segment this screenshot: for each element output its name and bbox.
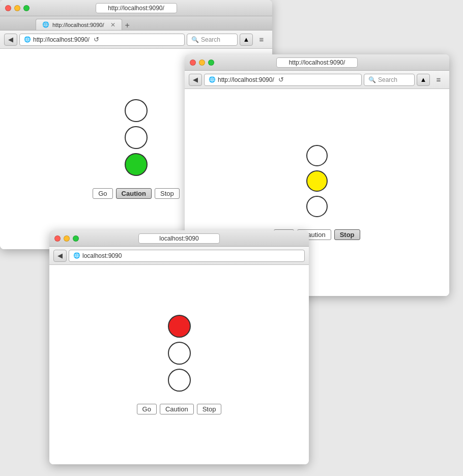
globe-icon-3: 🌐 bbox=[73, 252, 80, 259]
nav-bar-2: ◀ 🌐 http://localhost:9090/ ↺ 🔍 Search ▲ … bbox=[185, 71, 449, 89]
red-light-3 bbox=[168, 315, 191, 338]
pocket-button-2[interactable]: ▲ bbox=[417, 74, 430, 86]
maximize-button-3[interactable] bbox=[73, 235, 79, 242]
close-button-2[interactable] bbox=[190, 60, 196, 66]
back-button-1[interactable]: ◀ bbox=[4, 34, 17, 46]
tab-favicon-1: 🌐 bbox=[42, 21, 49, 28]
yellow-light-1 bbox=[125, 126, 148, 149]
signal-container-3 bbox=[168, 315, 191, 392]
back-button-3[interactable]: ◀ bbox=[53, 250, 67, 262]
back-button-2[interactable]: ◀ bbox=[189, 74, 202, 86]
stop-button-1[interactable]: Stop bbox=[155, 188, 180, 199]
minimize-button-3[interactable] bbox=[64, 235, 70, 242]
stop-button-3[interactable]: Stop bbox=[197, 404, 222, 414]
pocket-button-1[interactable]: ▲ bbox=[240, 34, 253, 46]
minimize-button-1[interactable] bbox=[14, 5, 20, 11]
close-button-3[interactable] bbox=[54, 235, 61, 242]
menu-button-2[interactable]: ≡ bbox=[432, 74, 445, 86]
title-url-3: localhost:9090 bbox=[138, 233, 220, 244]
title-url-2: http://localhost:9090/ bbox=[276, 57, 358, 68]
green-light-3 bbox=[168, 369, 191, 392]
add-tab-1[interactable]: + bbox=[125, 21, 130, 30]
tab-bar-1: 🌐 http://localhost:9090/ ✕ + bbox=[0, 16, 272, 31]
yellow-light-3 bbox=[168, 342, 191, 365]
signal-buttons-1: Go Caution Stop bbox=[93, 188, 179, 199]
go-button-3[interactable]: Go bbox=[137, 404, 157, 414]
yellow-light-2 bbox=[306, 170, 328, 192]
reload-button-2[interactable]: ↺ bbox=[278, 76, 284, 83]
tab-item-1[interactable]: 🌐 http://localhost:9090/ ✕ bbox=[36, 19, 122, 30]
minimize-button-2[interactable] bbox=[199, 60, 205, 66]
title-url-1: http://localhost:9090/ bbox=[96, 3, 177, 13]
window-controls-3 bbox=[54, 235, 79, 242]
search-icon-2: 🔍 bbox=[368, 76, 376, 83]
caution-button-1[interactable]: Caution bbox=[116, 188, 152, 199]
url-text-3: localhost:9090 bbox=[82, 252, 122, 259]
browser-window-3: localhost:9090 ◀ 🌐 localhost:9090 Go Cau… bbox=[49, 230, 309, 464]
red-light-1 bbox=[125, 99, 148, 122]
nav-bar-3: ◀ 🌐 localhost:9090 bbox=[49, 247, 309, 265]
menu-button-1[interactable]: ≡ bbox=[255, 34, 268, 46]
green-light-2 bbox=[306, 196, 328, 217]
caution-button-3[interactable]: Caution bbox=[160, 404, 194, 414]
signal-buttons-3: Go Caution Stop bbox=[137, 404, 222, 414]
maximize-button-1[interactable] bbox=[23, 5, 30, 11]
search-placeholder-1: Search bbox=[201, 36, 220, 43]
nav-bar-1: ◀ 🌐 http://localhost:9090/ ↺ 🔍 Search ▲ … bbox=[0, 31, 272, 49]
search-placeholder-2: Search bbox=[378, 76, 397, 83]
url-text-1: http://localhost:9090/ bbox=[33, 36, 90, 43]
green-light-1 bbox=[125, 153, 148, 176]
tab-close-1[interactable]: ✕ bbox=[110, 21, 115, 28]
search-bar-1[interactable]: 🔍 Search bbox=[187, 34, 238, 46]
go-button-1[interactable]: Go bbox=[93, 188, 112, 199]
signal-container-2 bbox=[306, 145, 328, 217]
maximize-button-2[interactable] bbox=[208, 60, 214, 66]
tab-label-1: http://localhost:9090/ bbox=[52, 22, 104, 28]
red-light-2 bbox=[306, 145, 328, 166]
signal-container-1 bbox=[125, 99, 148, 176]
search-icon-1: 🔍 bbox=[191, 36, 199, 43]
window-controls-2 bbox=[190, 60, 214, 66]
url-text-2: http://localhost:9090/ bbox=[218, 76, 274, 83]
url-bar-2[interactable]: 🌐 http://localhost:9090/ ↺ bbox=[204, 74, 362, 86]
search-bar-2[interactable]: 🔍 Search bbox=[364, 74, 415, 86]
page-content-3: Go Caution Stop bbox=[49, 265, 309, 464]
url-bar-3[interactable]: 🌐 localhost:9090 bbox=[69, 250, 305, 262]
title-bar-3: localhost:9090 bbox=[49, 230, 309, 247]
stop-button-2[interactable]: Stop bbox=[334, 229, 360, 240]
url-bar-1[interactable]: 🌐 http://localhost:9090/ ↺ bbox=[19, 34, 185, 46]
reload-button-1[interactable]: ↺ bbox=[94, 36, 99, 43]
globe-icon-2: 🌐 bbox=[209, 76, 216, 83]
close-button-1[interactable] bbox=[5, 5, 11, 11]
title-bar-2: http://localhost:9090/ bbox=[185, 54, 449, 71]
window-controls-1 bbox=[5, 5, 30, 11]
title-bar-1: http://localhost:9090/ bbox=[0, 0, 272, 16]
globe-icon-1: 🌐 bbox=[24, 36, 31, 43]
